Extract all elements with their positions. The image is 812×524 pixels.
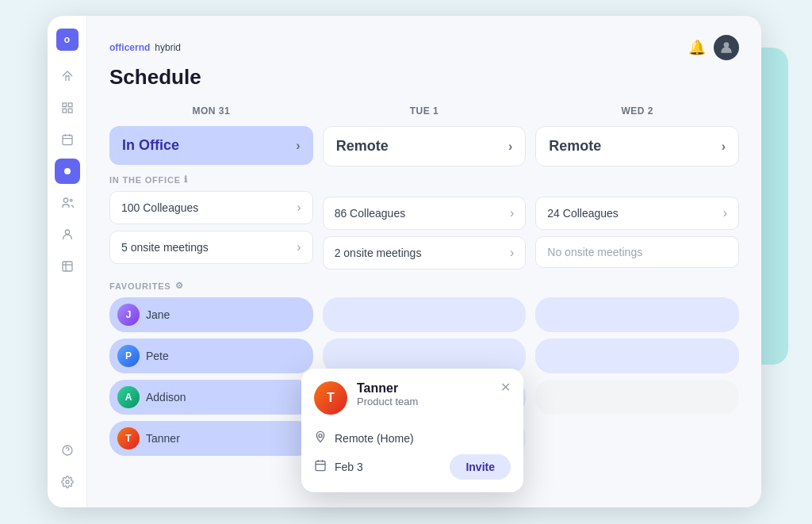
svg-rect-20 bbox=[316, 461, 325, 471]
svg-rect-0 bbox=[63, 103, 67, 107]
popup-name: Tanner bbox=[357, 381, 418, 396]
section-label-mon: IN THE OFFICE ℹ bbox=[109, 174, 313, 185]
meetings-card-wed: No onsite meetings bbox=[535, 236, 739, 268]
favourites-settings-icon[interactable]: ⚙ bbox=[175, 281, 184, 291]
sidebar-icon-resource[interactable] bbox=[55, 254, 80, 279]
popup-team: Product team bbox=[357, 396, 418, 407]
svg-rect-12 bbox=[63, 262, 72, 271]
user-avatar[interactable] bbox=[714, 35, 739, 60]
meetings-count-mon: 5 onsite meetings bbox=[121, 241, 209, 254]
svg-rect-2 bbox=[63, 109, 67, 113]
meetings-card-tue[interactable]: 2 onsite meetings › bbox=[323, 236, 527, 270]
svg-point-11 bbox=[65, 230, 69, 234]
status-label-mon: In Office bbox=[122, 137, 179, 154]
fav-name-addison: Addison bbox=[146, 391, 186, 404]
svg-rect-1 bbox=[68, 103, 72, 107]
colleagues-count-wed: 24 Colleagues bbox=[547, 207, 619, 220]
day-header-wed: WED 2 bbox=[535, 105, 739, 117]
brand-suffix: hybrid bbox=[155, 42, 181, 53]
fav-name-jane: Jane bbox=[146, 308, 170, 321]
svg-rect-4 bbox=[63, 136, 72, 145]
svg-point-9 bbox=[63, 198, 67, 202]
svg-rect-3 bbox=[68, 109, 72, 113]
sidebar-icon-settings[interactable] bbox=[55, 469, 80, 495]
status-button-tue[interactable]: Remote › bbox=[323, 126, 527, 166]
meetings-card-mon[interactable]: 5 onsite meetings › bbox=[109, 231, 313, 264]
chevron-meetings-tue: › bbox=[510, 246, 514, 260]
popup-info: Tanner Product team bbox=[357, 381, 418, 407]
status-label-wed: Remote bbox=[549, 138, 601, 155]
popup-close-button[interactable]: ✕ bbox=[500, 381, 511, 394]
day-column-mon: MON 31 In Office › IN THE OFFICE ℹ 100 C… bbox=[109, 105, 313, 270]
colleagues-count-tue: 86 Colleagues bbox=[335, 207, 406, 220]
favourites-label: FAVOURITES ⚙ bbox=[109, 281, 739, 291]
avatar-tanner: T bbox=[117, 427, 140, 449]
fav-row-jane: J Jane bbox=[109, 297, 739, 332]
schedule-grid: MON 31 In Office › IN THE OFFICE ℹ 100 C… bbox=[109, 105, 739, 270]
fav-item-pete[interactable]: P Pete bbox=[109, 338, 313, 373]
fav-item-tanner[interactable]: T Tanner bbox=[109, 421, 313, 456]
invite-button[interactable]: Invite bbox=[450, 454, 511, 480]
chevron-meetings-mon: › bbox=[297, 240, 301, 254]
avatar-addison: A bbox=[117, 386, 140, 408]
fav-bar-addison-3 bbox=[535, 380, 739, 415]
fav-bar-pete-3 bbox=[535, 338, 739, 373]
app-logo: o bbox=[56, 29, 79, 51]
colleagues-card-mon[interactable]: 100 Colleagues › bbox=[109, 191, 313, 224]
tanner-popup: T Tanner Product team ✕ Remote (Home) Fe… bbox=[301, 369, 523, 492]
logo-icon: o bbox=[56, 29, 79, 51]
popup-avatar: T bbox=[314, 381, 347, 415]
info-icon-mon[interactable]: ℹ bbox=[184, 174, 188, 185]
chevron-colleagues-wed: › bbox=[723, 206, 727, 220]
day-header-tue: TUE 1 bbox=[323, 105, 527, 117]
chevron-icon-mon: › bbox=[296, 139, 300, 153]
status-label-tue: Remote bbox=[336, 138, 389, 155]
day-column-wed: WED 2 Remote › 24 Colleagues › No onsite… bbox=[535, 105, 739, 270]
avatar-pete: P bbox=[117, 345, 140, 367]
meetings-empty-wed: No onsite meetings bbox=[547, 246, 642, 258]
sidebar-icon-help[interactable] bbox=[55, 438, 80, 463]
sidebar-icon-schedule[interactable] bbox=[55, 159, 80, 184]
colleagues-count-mon: 100 Colleagues bbox=[121, 201, 198, 214]
sidebar-icon-calendar[interactable] bbox=[55, 127, 80, 152]
popup-location-row: Remote (Home) bbox=[314, 426, 511, 451]
svg-point-10 bbox=[70, 199, 72, 201]
popup-location: Remote (Home) bbox=[335, 432, 414, 445]
popup-date-row: Feb 3 bbox=[314, 459, 363, 475]
popup-header: T Tanner Product team ✕ bbox=[314, 381, 511, 415]
chevron-icon-tue: › bbox=[508, 140, 512, 154]
chevron-colleagues-tue: › bbox=[510, 206, 514, 220]
location-icon bbox=[314, 430, 327, 446]
chevron-icon-wed: › bbox=[722, 140, 726, 154]
svg-point-17 bbox=[66, 480, 69, 484]
brand-name: officernd bbox=[109, 42, 150, 53]
page-title: Schedule bbox=[109, 65, 739, 90]
fav-item-addison[interactable]: A Addison bbox=[109, 380, 313, 415]
colleagues-card-tue[interactable]: 86 Colleagues › bbox=[323, 197, 527, 230]
fav-name-pete: Pete bbox=[146, 350, 169, 362]
sidebar-icon-map[interactable] bbox=[55, 95, 80, 120]
meetings-count-tue: 2 onsite meetings bbox=[335, 247, 422, 259]
sidebar-icon-person[interactable] bbox=[55, 222, 80, 247]
calendar-icon-popup bbox=[314, 459, 327, 475]
day-header-mon: MON 31 bbox=[109, 105, 313, 117]
status-button-wed[interactable]: Remote › bbox=[535, 126, 739, 166]
popup-date: Feb 3 bbox=[335, 461, 363, 473]
status-button-mon[interactable]: In Office › bbox=[109, 126, 313, 165]
svg-point-18 bbox=[724, 42, 730, 48]
sidebar-icon-team[interactable] bbox=[55, 190, 80, 216]
bell-icon[interactable]: 🔔 bbox=[688, 39, 706, 56]
chevron-colleagues-mon: › bbox=[297, 201, 301, 215]
svg-point-8 bbox=[64, 168, 71, 174]
avatar-jane: J bbox=[117, 304, 140, 326]
colleagues-card-wed[interactable]: 24 Colleagues › bbox=[535, 197, 739, 230]
sidebar-icon-home[interactable] bbox=[55, 63, 80, 89]
fav-bar-jane-2 bbox=[323, 297, 527, 332]
sidebar: o bbox=[48, 16, 87, 507]
fav-bar-jane-3 bbox=[535, 297, 739, 332]
svg-point-19 bbox=[319, 434, 322, 438]
day-column-tue: TUE 1 Remote › 86 Colleagues › 2 onsite … bbox=[323, 105, 527, 270]
fav-bar-tanner-3 bbox=[535, 421, 739, 456]
fav-item-jane[interactable]: J Jane bbox=[109, 297, 313, 332]
popup-footer: Feb 3 Invite bbox=[314, 454, 511, 480]
